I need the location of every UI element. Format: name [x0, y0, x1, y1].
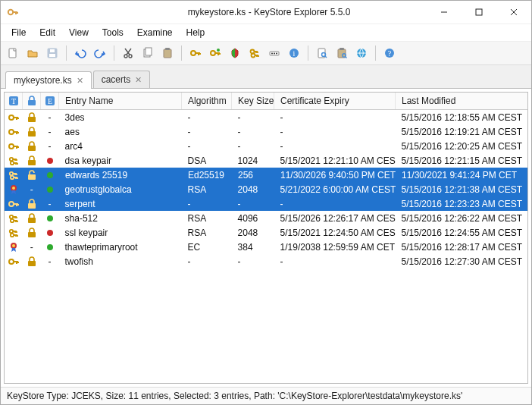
undo-button[interactable] — [71, 44, 89, 62]
svg-point-67 — [12, 244, 15, 247]
cell-algorithm: RSA — [182, 182, 232, 196]
help-button[interactable]: ? — [380, 44, 399, 62]
gen-secret-key-icon — [209, 47, 221, 59]
svg-point-10 — [129, 55, 132, 58]
svg-point-50 — [11, 175, 14, 178]
status-none: - — [41, 112, 59, 123]
menu-tools[interactable]: Tools — [96, 26, 130, 39]
tab-close-icon[interactable]: ✕ — [77, 76, 83, 86]
keypair-icon — [8, 227, 20, 239]
svg-rect-40 — [28, 117, 36, 122]
table-row[interactable]: -serpent---5/15/2016 12:23:23 AM CEST — [5, 196, 527, 211]
menu-edit[interactable]: Edit — [33, 26, 61, 39]
col-header-entry-name[interactable]: Entry Name — [59, 93, 182, 109]
new-button[interactable] — [4, 44, 22, 62]
examine-clipboard-button[interactable] — [333, 44, 351, 62]
close-button[interactable] — [496, 1, 531, 24]
set-password-button[interactable] — [265, 44, 283, 62]
menu-examine[interactable]: Examine — [131, 26, 179, 39]
examine-ssl-button[interactable] — [352, 44, 371, 62]
col-header-algorithm[interactable]: Algorithm — [182, 93, 232, 109]
table-body: -3des---5/15/2016 12:18:55 AM CEST-aes--… — [5, 110, 527, 383]
table-row[interactable]: sha-512RSA40965/15/2026 12:26:17 AM CEST… — [5, 211, 527, 225]
cell-algorithm: - — [182, 139, 232, 153]
maximize-button[interactable] — [462, 1, 496, 24]
table-row[interactable]: -thawteprimaryrootEC3841/19/2038 12:59:5… — [5, 240, 527, 254]
toolbar-separator — [114, 46, 114, 61]
properties-button[interactable]: i — [285, 44, 303, 62]
svg-rect-5 — [9, 49, 16, 58]
menu-view[interactable]: View — [63, 26, 95, 39]
cell-type — [5, 211, 23, 225]
menu-file[interactable]: File — [5, 26, 32, 39]
cell-entry-name: arc4 — [59, 139, 182, 153]
cut-button[interactable] — [119, 44, 137, 62]
cell-expiry: 5/15/2021 12:21:10 AM CEST — [274, 153, 396, 168]
redo-button[interactable] — [91, 44, 109, 62]
table-row[interactable]: -twofish---5/15/2016 12:27:30 AM CEST — [5, 254, 527, 268]
svg-text:i: i — [293, 49, 296, 58]
minimize-button[interactable] — [427, 1, 462, 24]
examine-file-button[interactable] — [313, 44, 331, 62]
paste-button[interactable] — [158, 44, 177, 62]
col-header-type[interactable]: T — [5, 93, 23, 109]
cell-expiry: - — [274, 124, 396, 139]
tab-cacerts[interactable]: cacerts✕ — [93, 71, 151, 88]
redo-icon — [94, 47, 106, 59]
keypair-icon — [8, 169, 20, 181]
certificate-icon — [8, 184, 20, 196]
menu-help[interactable]: Help — [180, 26, 211, 39]
cell-key-size: - — [232, 110, 274, 124]
properties-icon: i — [288, 47, 300, 59]
expiry-header-icon: E — [44, 95, 56, 107]
table-row[interactable]: ssl keypairRSA20485/15/2021 12:24:50 AM … — [5, 225, 527, 240]
statusbar: KeyStore Type: JCEKS, Size: 11 entries, … — [1, 387, 531, 404]
tab-close-icon[interactable]: ✕ — [135, 75, 142, 85]
open-button[interactable] — [23, 44, 42, 62]
col-header-cert-expiry[interactable]: Certificate Expiry — [274, 93, 396, 109]
col-header-key-size[interactable]: Key Size — [232, 93, 274, 109]
tab-mykeystore-ks[interactable]: mykeystore.ks✕ — [5, 71, 92, 89]
status-valid-icon — [44, 169, 56, 181]
copy-icon — [142, 47, 154, 59]
table-row[interactable]: -3des---5/15/2016 12:18:55 AM CEST — [5, 110, 527, 124]
svg-point-49 — [10, 171, 13, 174]
cell-last-modified: 5/15/2016 12:26:22 AM CEST — [396, 211, 527, 225]
table-row[interactable]: -geotrustglobalcaRSA20485/21/2022 6:00:0… — [5, 182, 527, 196]
cell-key-size: 1024 — [232, 153, 274, 168]
locked-icon — [26, 198, 38, 210]
cell-last-modified: 5/15/2016 12:27:30 AM CEST — [396, 254, 527, 268]
cell-type — [5, 168, 23, 182]
import-keypair-button[interactable] — [246, 44, 264, 62]
titlebar: mykeystore.ks - KeyStore Explorer 5.5.0 — [1, 1, 531, 24]
gen-secret-key-button[interactable] — [206, 44, 224, 62]
table-row[interactable]: edwards 25519Ed2551925611/30/2026 9:40:5… — [5, 168, 527, 182]
save-button[interactable] — [43, 44, 61, 62]
tabstrip: mykeystore.ks✕cacerts✕ — [1, 65, 531, 89]
table-row[interactable]: dsa keypairDSA10245/15/2021 12:21:10 AM … — [5, 153, 527, 168]
status-valid-icon — [44, 184, 56, 196]
type-header-icon: T — [8, 95, 20, 107]
col-header-expiry[interactable]: E — [41, 93, 59, 109]
cell-key-size: 2048 — [232, 225, 274, 240]
app-window: mykeystore.ks - KeyStore Explorer 5.5.0 … — [0, 0, 532, 405]
set-password-icon — [268, 47, 280, 59]
import-cert-button[interactable] — [226, 44, 244, 62]
cell-expiry: - — [274, 110, 396, 124]
cell-type — [5, 240, 23, 254]
cell-lock — [23, 225, 41, 240]
svg-rect-64 — [28, 232, 36, 237]
col-header-lock[interactable] — [23, 93, 41, 109]
cell-entry-name: thawteprimaryroot — [59, 240, 182, 254]
table-row[interactable]: -aes---5/15/2016 12:19:21 AM CEST — [5, 124, 527, 139]
cell-lock: - — [23, 240, 41, 254]
table-row[interactable]: -arc4---5/15/2016 12:20:25 AM CEST — [5, 139, 527, 153]
copy-button[interactable] — [139, 44, 157, 62]
import-keypair-icon — [249, 47, 261, 59]
locked-icon — [26, 140, 38, 152]
cell-type — [5, 124, 23, 139]
gen-keypair-button[interactable] — [186, 44, 205, 62]
col-header-last-modified[interactable]: Last Modified — [396, 93, 527, 109]
table-header: T E Entry Name Algorithm Key Size Certif… — [5, 93, 527, 110]
lock-header-icon — [26, 95, 38, 107]
